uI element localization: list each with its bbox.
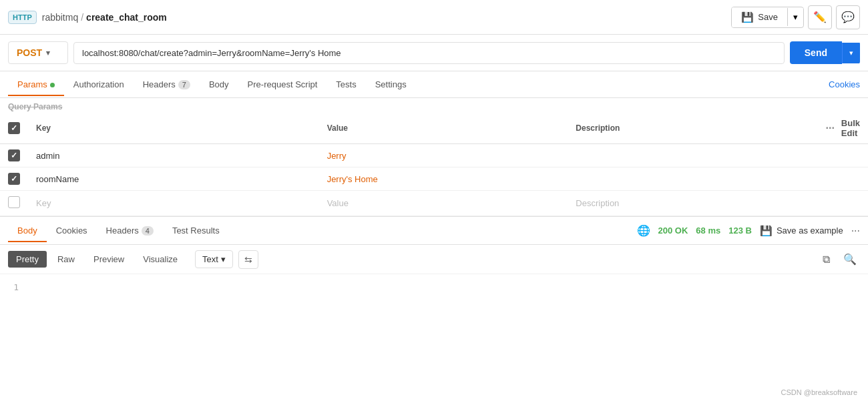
endpoint-name: create_chat_room [86, 12, 167, 23]
header-checkbox[interactable] [8, 122, 20, 134]
fmt-type-select[interactable]: Text ▾ [195, 250, 233, 268]
resp-tab-headers[interactable]: Headers4 [97, 220, 163, 242]
row2-checkbox[interactable] [8, 173, 20, 185]
send-button[interactable]: Send [790, 41, 842, 64]
url-bar: POST ▾ Send ▾ [0, 35, 868, 71]
row1-key: admin [36, 151, 59, 161]
resp-tab-test-results-label: Test Results [172, 226, 220, 236]
col-key-header: Key [28, 113, 319, 144]
comment-icon: 💬 [841, 11, 855, 23]
table-header-row: Key Value Description ··· Bulk Edit [0, 113, 868, 144]
breadcrumb-separator: / [81, 12, 83, 23]
fmt-raw-label: Raw [57, 254, 75, 264]
breadcrumb: rabbitmq / create_chat_room [42, 12, 167, 23]
tab-tests-label: Tests [336, 79, 356, 89]
row1-checkbox[interactable] [8, 149, 20, 161]
fmt-tab-visualize[interactable]: Visualize [135, 251, 186, 268]
fmt-visualize-label: Visualize [143, 254, 178, 264]
method-select[interactable]: POST ▾ [8, 41, 68, 64]
row3-actions-cell [817, 191, 868, 216]
tab-params[interactable]: Params [8, 74, 64, 96]
footer-text: CSDN @breaksoftware [781, 388, 857, 396]
globe-icon[interactable]: 🌐 [637, 224, 650, 237]
fmt-wrap-button[interactable]: ⇆ [238, 250, 258, 269]
save-dropdown-button[interactable]: ▾ [787, 8, 803, 26]
fmt-tab-preview[interactable]: Preview [85, 251, 132, 268]
search-button[interactable]: 🔍 [840, 250, 860, 269]
fmt-tab-raw[interactable]: Raw [49, 251, 83, 268]
status-badge: 200 OK [658, 226, 688, 236]
row1-value: Jerry [327, 151, 347, 161]
tab-settings[interactable]: Settings [366, 74, 416, 96]
fmt-tab-pretty[interactable]: Pretty [8, 251, 47, 268]
save-label: Save [758, 12, 778, 22]
save-icon: 💾 [760, 225, 773, 237]
row3-value: Value [327, 198, 349, 208]
row3-checkbox[interactable] [8, 196, 20, 208]
resp-tab-body[interactable]: Body [8, 220, 47, 242]
code-area[interactable] [27, 280, 868, 295]
save-example-label: Save as example [777, 226, 843, 236]
more-options-button[interactable]: ··· [851, 225, 860, 237]
resp-status-group: 🌐 200 OK 68 ms 123 B 💾 Save as example ·… [637, 224, 860, 237]
collection-name[interactable]: rabbitmq [42, 12, 78, 23]
row2-value-cell[interactable]: Jerry's Home [319, 167, 568, 191]
col-value-header: Value [319, 113, 568, 144]
format-bar: Pretty Raw Preview Visualize Text ▾ ⇆ ⧉ … [0, 245, 868, 274]
tab-params-label: Params [17, 79, 47, 89]
wrap-icon: ⇆ [244, 254, 252, 265]
chevron-down-icon: ▾ [793, 12, 798, 22]
fmt-pretty-label: Pretty [16, 254, 39, 264]
comment-button[interactable]: 💬 [836, 5, 860, 29]
tab-pre-request[interactable]: Pre-request Script [238, 74, 327, 96]
row1-desc-cell[interactable] [568, 144, 817, 167]
fmt-preview-label: Preview [93, 254, 124, 264]
row3-desc-cell[interactable]: Description [568, 191, 817, 216]
bulk-edit-label[interactable]: Bulk Edit [841, 118, 860, 138]
row1-value-cell[interactable]: Jerry [319, 144, 568, 167]
row3-desc: Description [576, 198, 619, 208]
resp-headers-badge: 4 [142, 226, 154, 236]
tab-pre-request-label: Pre-request Script [248, 79, 318, 89]
col-actions-header: ··· Bulk Edit [817, 113, 868, 144]
save-button[interactable]: 💾 Save [732, 7, 787, 27]
row3-checkbox-cell [0, 191, 28, 216]
col-desc-header: Description [568, 113, 817, 144]
line-number-1: 1 [8, 282, 19, 292]
copy-button[interactable]: ⧉ [816, 250, 836, 269]
method-chevron-icon: ▾ [46, 49, 50, 57]
row2-desc-cell[interactable] [568, 167, 817, 191]
resp-tab-cookies[interactable]: Cookies [47, 220, 97, 242]
cookies-link[interactable]: Cookies [829, 79, 860, 89]
params-dot [50, 83, 55, 87]
tab-headers[interactable]: Headers7 [134, 74, 200, 96]
edit-button[interactable]: ✏️ [808, 5, 832, 29]
resp-tab-cookies-label: Cookies [56, 226, 87, 236]
resp-tab-test-results[interactable]: Test Results [163, 220, 229, 242]
row3-value-cell[interactable]: Value [319, 191, 568, 216]
row2-key-cell[interactable]: roomName [28, 167, 319, 191]
response-tabs-bar: Body Cookies Headers4 Test Results 🌐 200… [0, 217, 868, 245]
row3-key-cell[interactable]: Key [28, 191, 319, 216]
send-chevron-icon: ▾ [849, 49, 853, 57]
tab-body[interactable]: Body [200, 74, 238, 96]
bulk-edit-dots-icon[interactable]: ··· [825, 122, 834, 134]
tab-tests[interactable]: Tests [327, 74, 365, 96]
send-dropdown-button[interactable]: ▾ [842, 43, 860, 63]
tab-body-label: Body [209, 79, 229, 89]
query-params-label: Query Params [0, 98, 868, 113]
params-table: Key Value Description ··· Bulk Edit admi… [0, 113, 868, 216]
row1-key-cell[interactable]: admin [28, 144, 319, 167]
row2-value: Jerry's Home [327, 174, 378, 184]
line-numbers: 1 [0, 280, 27, 295]
tab-authorization[interactable]: Authorization [64, 74, 134, 96]
url-input[interactable] [73, 42, 785, 64]
table-row: Key Value Description [0, 191, 868, 216]
col-check-header [0, 113, 28, 144]
headers-badge: 7 [178, 80, 190, 89]
save-example-button[interactable]: 💾 Save as example [760, 225, 843, 237]
resp-tab-headers-label: Headers [106, 226, 139, 236]
response-section: Body Cookies Headers4 Test Results 🌐 200… [0, 216, 868, 300]
response-content: 1 [0, 274, 868, 300]
top-bar: HTTP rabbitmq / create_chat_room 💾 Save … [0, 0, 868, 35]
